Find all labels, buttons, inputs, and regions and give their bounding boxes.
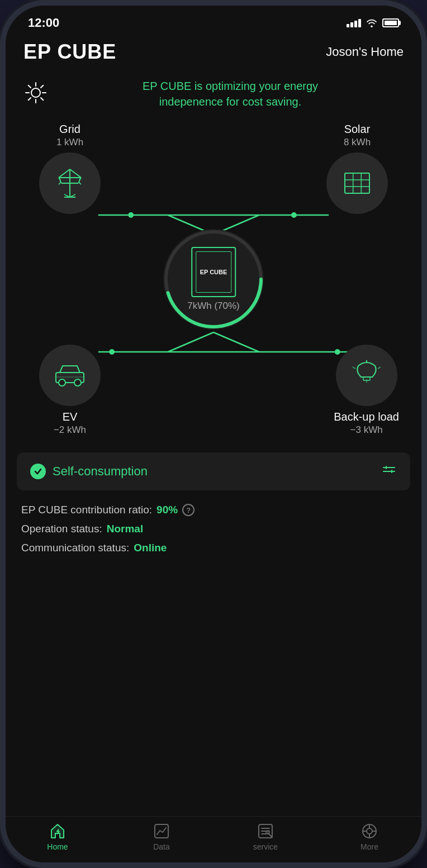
status-icons [347, 18, 399, 27]
ev-node: EV −2 kWh [39, 345, 101, 436]
ep-cube-inner: EP CUBE 7kWh (70%) [187, 247, 240, 312]
contribution-row: EP CUBE contribution ratio: 90% ? [21, 504, 406, 516]
operation-label: Operation status: [21, 523, 102, 535]
nav-data-label: Data [153, 842, 170, 851]
communication-value: Online [134, 542, 167, 554]
backup-value: −3 kWh [334, 425, 399, 436]
self-consumption-bar[interactable]: Self-consumption [17, 452, 410, 490]
battery-icon [382, 18, 399, 27]
solar-circle [326, 152, 388, 214]
svg-point-42 [59, 379, 65, 386]
help-icon[interactable]: ? [182, 504, 194, 516]
ev-label: EV [39, 411, 101, 423]
main-content: EP CUBE is optimizing your energy indepe… [6, 73, 421, 816]
nav-home-label: Home [47, 842, 68, 851]
screen: 12:00 EP CUBE Joson's Hom [6, 6, 421, 862]
svg-line-19 [214, 332, 259, 352]
grid-label: Grid [39, 123, 101, 136]
stats-section: EP CUBE contribution ratio: 90% ? Operat… [17, 502, 410, 572]
communication-row: Communication status: Online [21, 542, 406, 554]
svg-line-48 [353, 367, 355, 369]
svg-point-62 [367, 828, 372, 834]
header: EP CUBE Joson's Home [6, 35, 421, 73]
energy-diagram: Grid 1 kWh [17, 123, 410, 447]
nav-home[interactable]: Home [6, 822, 110, 851]
phone-frame: 12:00 EP CUBE Joson's Hom [0, 0, 427, 868]
sc-filter-icon[interactable] [381, 464, 397, 479]
ep-cube-device-label: EP CUBE [200, 269, 227, 275]
sc-left: Self-consumption [30, 464, 148, 479]
home-name: Joson's Home [326, 45, 404, 59]
nav-service-label: service [253, 842, 278, 851]
ep-cube-center: EP CUBE 7kWh (70%) [158, 223, 269, 335]
optimization-banner: EP CUBE is optimizing your energy indepe… [17, 73, 410, 118]
grid-node: Grid 1 kWh [39, 123, 101, 214]
nav-more-label: More [360, 842, 378, 851]
svg-point-11 [128, 212, 134, 218]
data-icon [153, 822, 170, 840]
app-logo: EP CUBE [23, 40, 116, 64]
home-icon [49, 822, 67, 840]
svg-line-26 [59, 169, 70, 178]
status-time: 12:00 [28, 16, 59, 30]
svg-point-43 [74, 379, 81, 386]
svg-line-7 [41, 85, 43, 88]
nav-service[interactable]: service [214, 822, 317, 851]
svg-point-18 [109, 349, 115, 355]
svg-point-0 [31, 88, 40, 97]
nav-more[interactable]: More [317, 822, 421, 851]
communication-label: Communication status: [21, 542, 129, 554]
ev-value: −2 kWh [39, 425, 101, 436]
sc-label: Self-consumption [53, 464, 148, 479]
grid-circle [39, 152, 101, 214]
svg-line-49 [378, 367, 381, 369]
svg-point-14 [291, 212, 297, 218]
opt-line2: indepenence for cost saving. [57, 94, 404, 109]
svg-line-27 [70, 169, 81, 178]
ep-cube-stats: 7kWh (70%) [187, 301, 240, 312]
svg-rect-33 [345, 173, 369, 193]
svg-line-8 [29, 98, 31, 100]
wifi-icon [366, 18, 378, 27]
svg-line-16 [168, 332, 214, 352]
status-bar: 12:00 [6, 6, 421, 35]
opt-line1: EP CUBE is optimizing your energy [57, 78, 404, 94]
backup-circle [336, 345, 397, 406]
operation-row: Operation status: Normal [21, 523, 406, 535]
grid-value: 1 kWh [39, 137, 101, 148]
ep-cube-ring: EP CUBE 7kWh (70%) [158, 223, 269, 335]
svg-line-6 [41, 98, 43, 100]
signal-icon [347, 19, 361, 27]
ep-cube-device: EP CUBE [191, 247, 236, 297]
nav-data[interactable]: Data [110, 822, 214, 851]
operation-value: Normal [107, 523, 143, 535]
backup-node: Back-up load −3 kWh [334, 345, 399, 436]
contribution-label: EP CUBE contribution ratio: [21, 504, 152, 516]
more-icon [360, 822, 378, 840]
optimization-text: EP CUBE is optimizing your energy indepe… [57, 78, 404, 109]
backup-label: Back-up load [334, 411, 399, 423]
solar-label: Solar [326, 123, 388, 136]
sun-icon [23, 80, 48, 107]
svg-line-5 [29, 85, 31, 88]
solar-value: 8 kWh [326, 137, 388, 148]
ev-circle [39, 345, 101, 406]
contribution-value: 90% [156, 504, 178, 516]
bottom-nav: Home Data [6, 816, 421, 862]
sc-check-icon [30, 464, 46, 479]
service-icon [257, 822, 274, 840]
solar-node: Solar 8 kWh [326, 123, 388, 214]
